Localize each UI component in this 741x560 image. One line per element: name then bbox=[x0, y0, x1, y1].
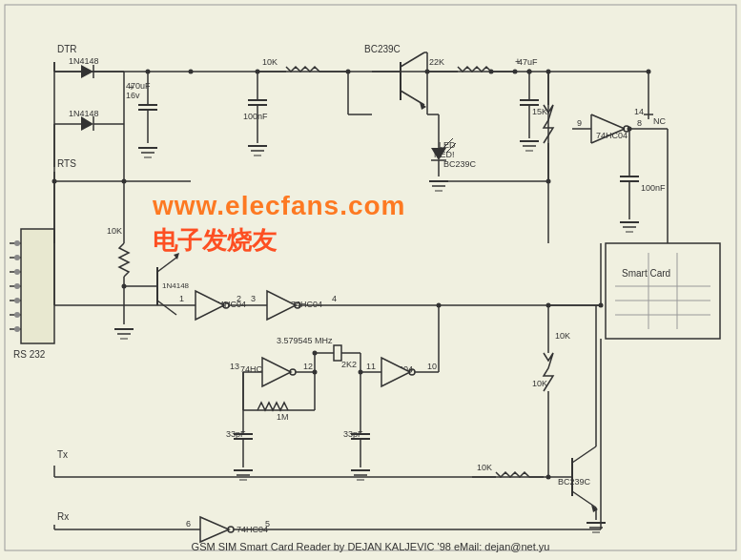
svg-text:1: 1 bbox=[179, 294, 184, 303]
svg-point-237 bbox=[189, 70, 194, 74]
svg-point-14 bbox=[14, 298, 20, 303]
svg-text:BC239C: BC239C bbox=[364, 44, 401, 54]
svg-point-122 bbox=[647, 70, 651, 74]
svg-point-60 bbox=[122, 284, 127, 289]
svg-point-252 bbox=[527, 70, 532, 74]
svg-rect-160 bbox=[334, 345, 341, 361]
svg-text:14: 14 bbox=[634, 107, 644, 116]
svg-text:NC: NC bbox=[653, 116, 666, 126]
svg-point-221 bbox=[546, 475, 551, 480]
svg-point-241 bbox=[513, 70, 518, 74]
svg-text:47uF: 47uF bbox=[518, 57, 538, 67]
svg-text:10K: 10K bbox=[107, 226, 122, 236]
svg-text:12: 12 bbox=[303, 362, 313, 371]
svg-point-53 bbox=[122, 179, 127, 184]
svg-rect-131 bbox=[606, 243, 720, 339]
svg-point-12 bbox=[14, 269, 20, 275]
svg-text:3: 3 bbox=[251, 294, 256, 303]
svg-text:1N4148: 1N4148 bbox=[162, 281, 190, 290]
svg-text:100nF: 100nF bbox=[641, 183, 666, 193]
svg-text:RS 232: RS 232 bbox=[13, 349, 46, 360]
svg-point-171 bbox=[313, 351, 318, 356]
svg-text:11: 11 bbox=[366, 362, 376, 371]
svg-text:+: + bbox=[129, 82, 134, 93]
svg-text:13: 13 bbox=[230, 362, 239, 371]
svg-text:10: 10 bbox=[427, 362, 437, 371]
svg-text:8: 8 bbox=[637, 118, 642, 128]
svg-text:9: 9 bbox=[577, 118, 582, 128]
svg-text:6: 6 bbox=[186, 519, 191, 529]
svg-text:1M: 1M bbox=[277, 412, 289, 422]
watermark-english: www.elecfans.com bbox=[153, 191, 406, 221]
circuit-diagram: RS 232 DTR 1N4148 RTS 1N4148 bbox=[0, 0, 741, 560]
footer-text: GSM SIM Smart Card Reader by DEJAN KALJE… bbox=[0, 541, 741, 552]
svg-text:Rx: Rx bbox=[57, 511, 69, 522]
svg-text:2K2: 2K2 bbox=[341, 360, 357, 369]
svg-rect-2 bbox=[21, 229, 54, 343]
svg-text:2: 2 bbox=[237, 294, 241, 303]
svg-text:+: + bbox=[515, 56, 521, 67]
svg-text:BC239C: BC239C bbox=[443, 159, 477, 169]
svg-point-15 bbox=[14, 312, 20, 318]
svg-text:22K: 22K bbox=[429, 57, 444, 67]
svg-point-96 bbox=[256, 70, 260, 74]
svg-point-262 bbox=[546, 303, 551, 308]
svg-point-16 bbox=[14, 326, 20, 332]
svg-point-254 bbox=[628, 127, 632, 132]
svg-text:10K: 10K bbox=[555, 331, 570, 341]
svg-point-46 bbox=[146, 70, 151, 74]
svg-text:1N4148: 1N4148 bbox=[69, 109, 99, 118]
svg-point-13 bbox=[14, 283, 20, 289]
svg-text:10K: 10K bbox=[262, 57, 278, 67]
svg-text:RTS: RTS bbox=[57, 158, 76, 169]
watermark-chinese: 电子发烧友 bbox=[153, 224, 277, 258]
svg-text:DTR: DTR bbox=[57, 44, 77, 54]
svg-text:10K: 10K bbox=[532, 379, 547, 388]
svg-point-11 bbox=[14, 255, 20, 260]
svg-text:4: 4 bbox=[332, 294, 337, 303]
svg-point-259 bbox=[546, 179, 551, 184]
svg-text:3.579545 MHz: 3.579545 MHz bbox=[277, 336, 333, 345]
svg-text:10K: 10K bbox=[477, 463, 492, 472]
svg-point-240 bbox=[489, 70, 494, 74]
svg-point-10 bbox=[14, 240, 20, 246]
svg-point-223 bbox=[437, 303, 442, 308]
svg-text:5: 5 bbox=[265, 519, 270, 529]
svg-text:100nF: 100nF bbox=[243, 112, 268, 121]
svg-text:BC239C: BC239C bbox=[558, 477, 591, 487]
svg-text:Tx: Tx bbox=[57, 449, 68, 460]
svg-text:Smart Card: Smart Card bbox=[622, 268, 670, 279]
svg-text:1N4148: 1N4148 bbox=[69, 56, 99, 66]
